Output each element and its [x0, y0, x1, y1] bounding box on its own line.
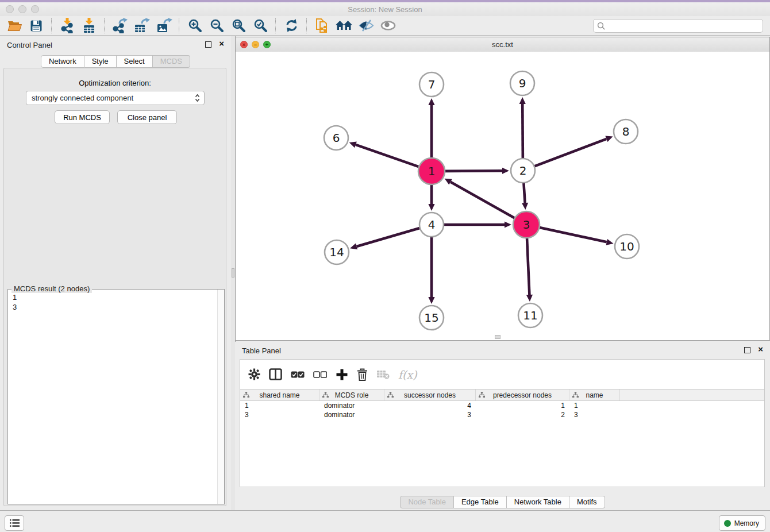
columns-icon — [269, 368, 282, 380]
show-all-button[interactable] — [377, 17, 399, 34]
table-tab-network-table[interactable]: Network Table — [507, 496, 569, 508]
network-window-title: scc.txt — [236, 40, 769, 49]
column-header-label: successor nodes — [404, 391, 456, 399]
control-tab-mcds[interactable]: MCDS — [153, 55, 190, 68]
export-network-button[interactable] — [109, 17, 131, 34]
graph-edge-3-11[interactable] — [527, 236, 530, 295]
memory-button[interactable]: Memory — [719, 515, 765, 531]
column-header-shared-name[interactable]: shared name — [240, 390, 319, 400]
save-session-button[interactable] — [25, 17, 47, 34]
copy-document-button[interactable] — [311, 17, 333, 34]
table-cell[interactable]: dominator — [319, 410, 384, 419]
unchecked-boxes-icon — [313, 371, 327, 378]
column-header-predecessor-nodes[interactable]: predecessor nodes — [476, 390, 569, 400]
table-cell[interactable]: 1 — [476, 401, 569, 410]
table-cell[interactable]: 1 — [240, 401, 319, 410]
save-icon — [30, 20, 43, 32]
houses-button[interactable] — [333, 17, 355, 34]
column-header-name[interactable]: name — [569, 390, 620, 400]
hierarchy-icon — [243, 392, 249, 398]
mcds-result-scrollbar[interactable] — [217, 290, 224, 504]
criterion-select[interactable]: strongly connected component — [26, 91, 205, 105]
graph-edge-2-3[interactable] — [523, 181, 525, 203]
open-session-button[interactable] — [3, 17, 25, 34]
eye-icon — [380, 21, 396, 30]
app-title: Session: New Session — [0, 5, 770, 14]
app-titlebar: Session: New Session — [0, 2, 770, 16]
table-row[interactable]: 3dominator323 — [240, 410, 764, 419]
delete-table-button[interactable] — [376, 369, 390, 379]
import-network-icon — [60, 18, 75, 33]
graph-edge-1-2[interactable] — [443, 171, 502, 171]
show-columns-button[interactable] — [269, 368, 282, 380]
zoom-in-button[interactable] — [184, 17, 206, 34]
export-table-button[interactable] — [131, 17, 153, 34]
mcds-tab-content: Optimization criterion: strongly connect… — [3, 68, 226, 506]
canvas-splitter-grip[interactable] — [495, 335, 500, 339]
graph-edge-3-10[interactable] — [538, 227, 607, 242]
hide-selected-button[interactable] — [355, 17, 377, 34]
control-tab-select[interactable]: Select — [117, 55, 153, 68]
graph-edge-2-8[interactable] — [533, 139, 607, 167]
column-header-label: name — [586, 391, 603, 399]
graph-edge-1-6[interactable] — [356, 145, 421, 168]
apply-function-button[interactable]: f(x) — [398, 368, 417, 381]
table-header-row: shared nameMCDS rolesuccessor nodesprede… — [240, 389, 764, 401]
delete-column-button[interactable] — [357, 368, 368, 381]
table-tab-motifs[interactable]: Motifs — [569, 496, 605, 508]
table-cell[interactable]: dominator — [319, 401, 384, 410]
float-panel-icon[interactable] — [205, 41, 211, 48]
table-cell[interactable]: 3 — [569, 410, 620, 419]
graph-edge-4-14[interactable] — [357, 228, 422, 246]
close-panel-icon[interactable]: × — [219, 38, 224, 48]
table-cell[interactable]: 2 — [476, 410, 569, 419]
node-table-container: f(x) shared nameMCDS rolesuccessor nodes… — [240, 359, 765, 487]
table-cell[interactable]: 3 — [240, 410, 319, 419]
table-cell[interactable]: 4 — [384, 401, 476, 410]
status-bar: Memory — [0, 510, 770, 532]
control-tab-network[interactable]: Network — [41, 55, 84, 68]
table-settings-button[interactable] — [248, 368, 260, 380]
float-table-panel-icon[interactable] — [744, 347, 750, 353]
table-cell[interactable]: 1 — [569, 401, 620, 410]
close-panel-button[interactable]: Close panel — [117, 110, 177, 124]
zoom-out-button[interactable] — [206, 17, 228, 34]
column-header-label: predecessor nodes — [493, 391, 552, 399]
column-header-MCDS-role[interactable]: MCDS role — [319, 390, 384, 400]
graph-edge-2-9[interactable] — [522, 104, 523, 160]
table-panel-header: Table Panel × — [235, 342, 770, 359]
panel-divider-grip[interactable] — [232, 268, 234, 277]
network-canvas[interactable]: 1234678910111415 — [236, 52, 769, 340]
add-column-button[interactable] — [336, 368, 348, 381]
control-tab-style[interactable]: Style — [84, 55, 117, 68]
graph-edge-3-1[interactable] — [451, 182, 516, 219]
zoom-fit-button[interactable] — [228, 17, 249, 34]
zoom-out-icon — [210, 18, 224, 33]
memory-status-dot — [724, 520, 731, 527]
table-row[interactable]: 1dominator411 — [240, 401, 764, 410]
search-field[interactable] — [593, 19, 763, 33]
table-tab-edge-table[interactable]: Edge Table — [454, 496, 507, 508]
table-tab-node-table[interactable]: Node Table — [400, 496, 454, 508]
column-header-successor-nodes[interactable]: successor nodes — [384, 390, 476, 400]
select-all-button[interactable] — [291, 371, 305, 378]
control-panel-header: Control Panel × — [0, 36, 231, 53]
mcds-result-line: 1 — [13, 292, 17, 302]
run-mcds-button[interactable]: Run MCDS — [55, 110, 110, 124]
refresh-button[interactable] — [280, 17, 302, 34]
zoom-selected-button[interactable] — [249, 17, 271, 34]
import-network-button[interactable] — [56, 17, 78, 34]
close-table-panel-icon[interactable]: × — [758, 344, 763, 354]
mcds-result-line: 3 — [13, 302, 17, 312]
search-input[interactable] — [608, 21, 763, 30]
toolbar-separator — [104, 18, 105, 33]
deselect-all-button[interactable] — [313, 371, 327, 378]
graph-node-label-10: 10 — [619, 240, 634, 253]
search-icon — [597, 22, 606, 30]
panel-selector-button[interactable] — [5, 515, 24, 531]
import-table-button[interactable] — [78, 17, 100, 34]
import-table-icon — [82, 18, 97, 33]
export-image-button[interactable] — [153, 17, 175, 34]
table-cell[interactable]: 3 — [384, 410, 476, 419]
column-header-label: MCDS role — [335, 391, 369, 399]
